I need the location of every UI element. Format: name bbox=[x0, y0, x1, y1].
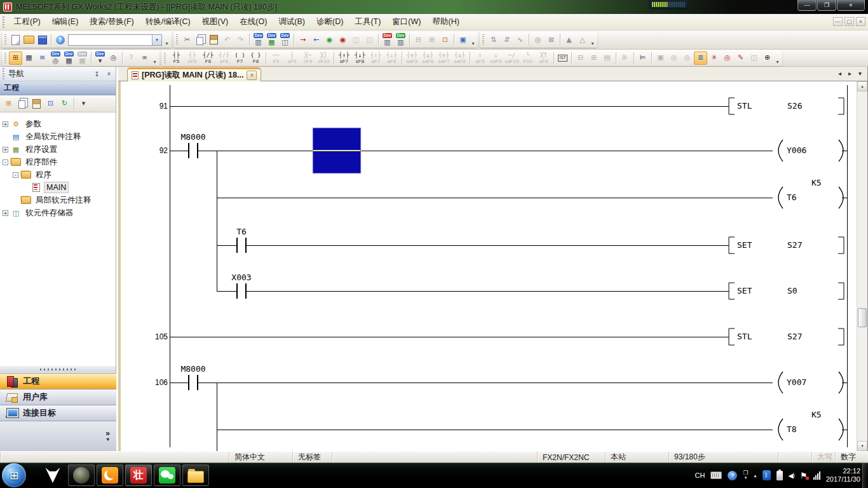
ladder-logic-test-stop-button[interactable]: △ bbox=[576, 33, 589, 46]
language-indicator[interactable]: CH bbox=[695, 471, 705, 479]
start-button[interactable]: ⊞ bbox=[2, 463, 26, 487]
vertical-scrollbar[interactable]: ▴ ▾ bbox=[857, 81, 867, 451]
tab-close-button[interactable]: × bbox=[247, 71, 257, 80]
menu-compile[interactable]: 转换/编译(C) bbox=[140, 15, 196, 29]
network-icon[interactable]: ⚑ bbox=[800, 471, 808, 480]
collapse-icon[interactable]: - bbox=[3, 159, 8, 165]
toolbar-overflow-icon[interactable]: ▾ bbox=[774, 59, 781, 66]
tray-expand-icon[interactable]: ▴ bbox=[754, 473, 756, 478]
navigation-toggle-button[interactable]: ⊞ bbox=[9, 51, 22, 65]
menu-project[interactable]: 工程(P) bbox=[8, 15, 46, 29]
copy-button[interactable] bbox=[194, 33, 207, 46]
menu-edit[interactable]: 编辑(E) bbox=[46, 15, 85, 29]
taskbar-wechat[interactable] bbox=[154, 464, 180, 486]
project-view-button[interactable]: 工程 bbox=[0, 373, 116, 389]
restore-button[interactable]: ❐ bbox=[817, 0, 836, 11]
convert-button[interactable]: ⇅ bbox=[487, 33, 500, 46]
nav-refresh-button[interactable]: ↻ bbox=[58, 97, 71, 111]
ime-help-icon[interactable]: ? bbox=[728, 471, 737, 480]
bluetooth-icon[interactable]: ᛒ bbox=[763, 470, 771, 480]
tree-item-program[interactable]: -程序 bbox=[0, 168, 116, 181]
keyboard-icon[interactable] bbox=[710, 471, 722, 479]
save-project-button[interactable] bbox=[36, 33, 49, 46]
device-comment-window-button[interactable]: Dev◎ bbox=[49, 51, 62, 65]
mdi-minimize-icon[interactable]: — bbox=[833, 17, 843, 26]
signal-strength-icon[interactable] bbox=[813, 471, 820, 480]
scroll-up-button[interactable]: ▴ bbox=[857, 81, 867, 92]
cut-button[interactable]: ✂ bbox=[180, 33, 194, 46]
coil-button[interactable]: ( )F7 bbox=[232, 50, 248, 65]
menu-view[interactable]: 视图(V) bbox=[196, 15, 234, 29]
tree-item-device-memory[interactable]: +◫软元件存储器 bbox=[0, 207, 116, 219]
show-desktop-button[interactable] bbox=[862, 463, 868, 488]
comment-display-button[interactable]: ≣ bbox=[694, 51, 707, 65]
taskbar-uc-browser[interactable] bbox=[97, 464, 123, 486]
menu-debug[interactable]: 调试(B) bbox=[273, 15, 311, 29]
mdi-close-icon[interactable]: × bbox=[856, 17, 865, 26]
toolbar-grip[interactable] bbox=[4, 34, 6, 45]
minimize-button[interactable]: — bbox=[797, 0, 817, 11]
scroll-down-button[interactable]: ▾ bbox=[857, 441, 867, 451]
toolbar-overflow-icon[interactable]: ▾ bbox=[589, 41, 596, 48]
device-test-green-button[interactable]: Dev▥ bbox=[394, 33, 407, 46]
nav-sort-button[interactable]: ▾ bbox=[77, 97, 90, 111]
close-contact-button[interactable]: ┤/├F6 bbox=[200, 50, 216, 65]
open-project-button[interactable] bbox=[22, 33, 36, 46]
zoom-button[interactable]: ⊕ bbox=[761, 51, 774, 65]
ime-toolbar-icon[interactable]: ❐ ▾ bbox=[743, 470, 748, 480]
convert-all-button[interactable]: ⇵ bbox=[500, 33, 513, 46]
taskbar-explorer[interactable] bbox=[182, 464, 209, 486]
close-button[interactable]: × bbox=[837, 0, 865, 11]
toolbar-grip[interactable] bbox=[482, 34, 484, 45]
paste-button[interactable] bbox=[207, 33, 220, 46]
new-project-button[interactable] bbox=[9, 33, 22, 46]
function-selector-combo[interactable]: ▾ bbox=[68, 34, 162, 46]
taskbar-clock[interactable]: 22:12 2017/11/30 bbox=[826, 467, 860, 484]
menu-window[interactable]: 窗口(W) bbox=[386, 15, 426, 29]
menu-tools[interactable]: 工具(T) bbox=[349, 15, 386, 29]
device-list-button[interactable]: ⊠ bbox=[545, 33, 558, 46]
panel-splitter[interactable] bbox=[0, 366, 116, 372]
menu-find-replace[interactable]: 搜索/替换(F) bbox=[84, 15, 139, 29]
close-panel-icon[interactable]: × bbox=[104, 69, 114, 78]
falling-pulse-button[interactable]: ┤↓├sF8 bbox=[352, 50, 368, 65]
taskbar-gx-works2[interactable]: 壮 bbox=[125, 464, 152, 486]
taskbar-foobar2000[interactable] bbox=[39, 464, 66, 486]
monitor-watch-start-button[interactable]: ◉ bbox=[323, 33, 336, 46]
monitor-condition-button[interactable]: ▣ bbox=[456, 33, 470, 46]
find-device-button[interactable]: ◎ bbox=[721, 51, 734, 65]
edit-list-button[interactable]: ⊨ bbox=[636, 51, 649, 65]
find-instruction-button[interactable]: ✎ bbox=[734, 51, 747, 65]
device-monitor-button[interactable]: Dev▦ bbox=[265, 33, 278, 46]
user-library-button[interactable]: 用户库 bbox=[0, 389, 116, 405]
tab-scroll-left-icon[interactable]: ◂ bbox=[838, 70, 841, 77]
write-to-plc-button[interactable]: → bbox=[296, 33, 309, 46]
tree-item-global-device-comment[interactable]: +▤全局软元件注释 bbox=[0, 130, 116, 143]
program-check-button[interactable]: ∿ bbox=[513, 33, 527, 46]
device-test-button[interactable]: ✳ bbox=[707, 51, 721, 65]
battery-icon[interactable] bbox=[776, 471, 783, 480]
pin-icon[interactable]: ↧ bbox=[92, 69, 102, 78]
tree-item-parameter[interactable]: +⚙参数 bbox=[0, 118, 116, 130]
device-batch-monitor-button[interactable]: Dev◫ bbox=[278, 33, 292, 46]
nav-property-button[interactable]: ⊡ bbox=[44, 97, 57, 111]
toolbar-grip[interactable] bbox=[164, 53, 166, 64]
nav-copy-button[interactable] bbox=[16, 97, 29, 111]
toolbar-overflow-icon[interactable]: ▾ bbox=[470, 41, 477, 48]
device-comment-button[interactable]: Dev▥ bbox=[252, 33, 265, 46]
ist-instruction-button[interactable]: IST bbox=[556, 51, 569, 65]
device-display-menu-button[interactable]: Dev▾ bbox=[93, 51, 107, 65]
tree-item-main[interactable]: +MAIN bbox=[0, 181, 116, 194]
ladder-editor[interactable]: 91STLS2692M8000Y006T6K5T6SETS27X003SETS0… bbox=[118, 81, 857, 451]
help-button[interactable]: ? bbox=[53, 33, 67, 46]
volume-icon[interactable]: ◀⟩ bbox=[789, 472, 795, 479]
tree-item-pou[interactable]: -程序部件 bbox=[0, 156, 116, 168]
expand-icon[interactable]: + bbox=[3, 121, 8, 127]
mdi-restore-icon[interactable]: ▢ bbox=[844, 17, 854, 26]
rising-pulse-button[interactable]: ┤↑├sF7 bbox=[336, 50, 352, 65]
expand-icon[interactable]: + bbox=[3, 147, 8, 152]
menu-help[interactable]: 帮助(H) bbox=[426, 15, 465, 29]
device-grid-window-button[interactable]: Dev▦ bbox=[62, 51, 76, 65]
collapse-icon[interactable]: - bbox=[13, 172, 18, 178]
device-find-menu-button[interactable]: ◎ bbox=[107, 51, 120, 65]
